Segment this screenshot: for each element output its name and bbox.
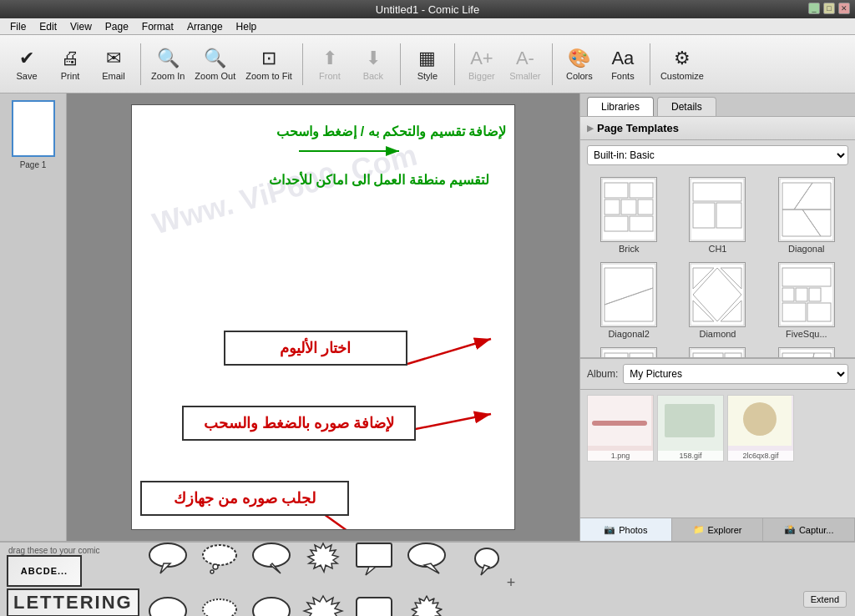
fonts-icon: Aa bbox=[611, 48, 634, 69]
tab-photos[interactable]: 📷 Photos bbox=[580, 518, 672, 541]
save-button[interactable]: ✔ Save bbox=[7, 39, 47, 89]
lettering-area: ABCDE... LETTERING bbox=[7, 548, 139, 616]
well-label: drag these to your comic bbox=[8, 546, 100, 555]
template-diagonal-thumb bbox=[778, 177, 835, 242]
balloon-star[interactable] bbox=[402, 590, 452, 616]
balloon-oval-1[interactable] bbox=[143, 536, 193, 582]
email-button[interactable]: ✉ Email bbox=[94, 39, 134, 89]
balloon-oval-3[interactable] bbox=[143, 590, 193, 616]
comic-page: Www. ViP600. Com لإضافة تقسيم والتحكم به… bbox=[131, 104, 515, 530]
colors-button[interactable]: 🎨 Colors bbox=[559, 39, 600, 89]
builtin-select-area: Built-in: Basic bbox=[587, 145, 848, 165]
menu-page[interactable]: Page bbox=[99, 19, 135, 34]
toolbar-separator-2 bbox=[302, 43, 303, 85]
balloon-partial[interactable] bbox=[453, 536, 503, 582]
bigger-button[interactable]: A+ Bigger bbox=[462, 39, 502, 89]
smaller-icon: A- bbox=[516, 48, 534, 69]
email-icon: ✉ bbox=[106, 48, 121, 69]
template-foursq[interactable]: FourSqu... bbox=[587, 346, 670, 357]
builtin-dropdown[interactable]: Built-in: Basic bbox=[587, 145, 848, 165]
canvas-area[interactable]: Www. ViP600. Com لإضافة تقسيم والتحكم به… bbox=[67, 93, 579, 541]
menu-edit[interactable]: Edit bbox=[33, 19, 63, 34]
zoom-fit-icon: ⊡ bbox=[261, 48, 276, 69]
photo-item-2[interactable]: 158.gif bbox=[657, 395, 724, 462]
template-diagonal2-label: Diagonal2 bbox=[608, 329, 650, 339]
style-button[interactable]: ▦ Style bbox=[407, 39, 448, 89]
app-title: Untitled1 - Comic Life bbox=[376, 3, 479, 16]
menu-view[interactable]: View bbox=[63, 19, 99, 34]
balloon-spiky-1[interactable] bbox=[298, 536, 348, 582]
smaller-button[interactable]: A- Smaller bbox=[505, 39, 545, 89]
plus-icon[interactable]: + bbox=[507, 574, 516, 592]
zoom-fit-button[interactable]: ⊡ Zoom to Fit bbox=[242, 39, 296, 89]
template-ch1[interactable]: CH1 bbox=[675, 175, 759, 255]
front-button[interactable]: ⬆ Front bbox=[310, 39, 350, 89]
menu-format[interactable]: Format bbox=[135, 19, 180, 34]
close-button[interactable]: ✕ bbox=[838, 3, 850, 14]
balloon-cloud-1[interactable] bbox=[195, 536, 245, 582]
template-irregular[interactable]: Irregular bbox=[765, 346, 848, 357]
svg-point-87 bbox=[253, 598, 290, 616]
balloon-oval-2[interactable] bbox=[246, 536, 296, 582]
templates-header: ▶ Page Templates bbox=[580, 117, 855, 140]
balloon-set bbox=[143, 529, 503, 616]
bottom-well: drag these to your comic ABCDE... LETTER… bbox=[0, 541, 855, 616]
menu-file[interactable]: File bbox=[3, 19, 33, 34]
zoom-in-button[interactable]: 🔍 Zoom In bbox=[148, 39, 188, 89]
photo-item-3[interactable]: 2lc6qx8.gif bbox=[727, 395, 794, 462]
photo-2-name: 158.gif bbox=[658, 451, 723, 461]
balloon-rect-2[interactable] bbox=[350, 590, 400, 616]
print-button[interactable]: 🖨 Print bbox=[50, 39, 90, 89]
photo-item-1[interactable]: 1.png bbox=[587, 395, 654, 462]
bigger-icon: A+ bbox=[470, 48, 493, 69]
minimize-button[interactable]: _ bbox=[808, 3, 820, 14]
right-panel: Libraries Details ▶ Page Templates Built… bbox=[579, 93, 855, 541]
template-ch1-label: CH1 bbox=[708, 244, 726, 254]
template-fivesq-thumb bbox=[778, 262, 835, 327]
fonts-button[interactable]: Aa Fonts bbox=[603, 39, 643, 89]
svg-point-73 bbox=[210, 570, 214, 573]
tab-capture[interactable]: 📸 Captur... bbox=[763, 518, 855, 541]
titlebar: Untitled1 - Comic Life _ □ ✕ bbox=[0, 0, 855, 18]
svg-point-78 bbox=[408, 543, 445, 567]
back-button[interactable]: ⬇ Back bbox=[353, 39, 393, 89]
photos-icon: 📷 bbox=[604, 524, 615, 535]
lettering-style1[interactable]: ABCDE... bbox=[7, 555, 82, 587]
menubar: File Edit View Page Format Arrange Help bbox=[0, 18, 855, 35]
balloon-rect-1[interactable] bbox=[350, 536, 400, 582]
canvas-text-2: لتقسيم منطقة العمل الى اماكن للأحداث bbox=[269, 172, 489, 188]
extend-button[interactable]: Extend bbox=[803, 591, 847, 608]
colors-icon: 🎨 bbox=[568, 48, 590, 69]
svg-point-72 bbox=[213, 564, 218, 569]
balloon-cloud-2[interactable] bbox=[195, 590, 245, 616]
svg-rect-76 bbox=[357, 543, 392, 567]
template-brick-label: Brick bbox=[619, 244, 639, 254]
zoom-out-button[interactable]: 🔍 Zoom Out bbox=[191, 39, 239, 89]
tab-libraries[interactable]: Libraries bbox=[587, 97, 654, 116]
template-diagonal[interactable]: Diagonal bbox=[765, 175, 848, 255]
template-diagonal2[interactable]: Diagonal2 bbox=[587, 260, 670, 341]
maximize-button[interactable]: □ bbox=[823, 3, 835, 14]
toolbar-separator-5 bbox=[552, 43, 553, 85]
tab-explorer[interactable]: 📁 Explorer bbox=[672, 518, 764, 541]
tab-details[interactable]: Details bbox=[657, 97, 716, 116]
balloon-speech-right[interactable] bbox=[402, 536, 452, 582]
lettering-style2[interactable]: LETTERING bbox=[7, 588, 139, 616]
customize-button[interactable]: ⚙ Customize bbox=[657, 39, 707, 89]
album-dropdown[interactable]: My Pictures bbox=[623, 364, 848, 384]
menu-help[interactable]: Help bbox=[230, 19, 264, 34]
template-interlock[interactable]: Interlock bbox=[675, 346, 759, 357]
balloon-spiky-2[interactable] bbox=[298, 590, 348, 616]
album-row: Album: My Pictures bbox=[580, 359, 855, 390]
template-diamond[interactable]: Diamond bbox=[675, 260, 759, 341]
template-fivesq[interactable]: FiveSqu... bbox=[765, 260, 848, 341]
toolbar: ✔ Save 🖨 Print ✉ Email 🔍 Zoom In 🔍 Zoom … bbox=[0, 35, 855, 93]
menu-arrange[interactable]: Arrange bbox=[180, 19, 230, 34]
canvas-box-1: اختار الأليوم bbox=[224, 331, 407, 366]
page-1-thumb[interactable] bbox=[12, 100, 55, 157]
svg-point-82 bbox=[149, 598, 186, 616]
right-bottom-tabs: 📷 Photos 📁 Explorer 📸 Captur... bbox=[580, 518, 855, 541]
svg-marker-77 bbox=[366, 567, 376, 575]
template-brick[interactable]: Brick bbox=[587, 175, 670, 255]
balloon-oval-4[interactable] bbox=[246, 590, 296, 616]
